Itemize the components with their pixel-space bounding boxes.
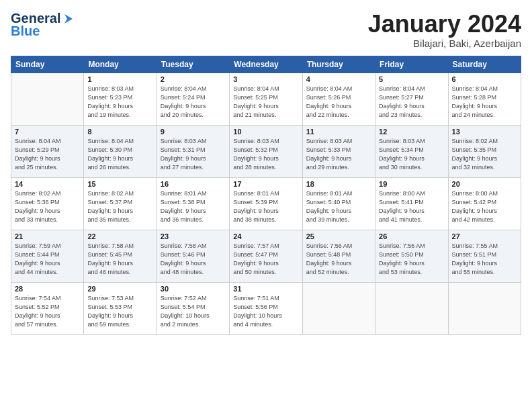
day-number: 1 [87, 75, 152, 83]
logo: General Blue [11, 11, 74, 39]
day-info: Sunrise: 7:59 AM Sunset: 5:44 PM Dayligh… [15, 242, 80, 277]
location: Bilajari, Baki, Azerbaijan [368, 38, 521, 49]
day-number: 17 [233, 180, 298, 188]
day-info: Sunrise: 7:58 AM Sunset: 5:46 PM Dayligh… [161, 242, 226, 277]
day-info: Sunrise: 8:03 AM Sunset: 5:32 PM Dayligh… [233, 137, 298, 172]
calendar-cell: 26Sunrise: 7:56 AM Sunset: 5:50 PM Dayli… [375, 230, 448, 282]
day-number: 25 [306, 232, 371, 240]
day-number: 18 [306, 180, 371, 188]
calendar-cell: 16Sunrise: 8:01 AM Sunset: 5:38 PM Dayli… [157, 177, 229, 230]
calendar-week-row: 1Sunrise: 8:03 AM Sunset: 5:23 PM Daylig… [11, 73, 521, 125]
day-info: Sunrise: 7:57 AM Sunset: 5:47 PM Dayligh… [233, 242, 298, 277]
calendar-cell: 15Sunrise: 8:02 AM Sunset: 5:37 PM Dayli… [84, 177, 157, 230]
day-info: Sunrise: 8:02 AM Sunset: 5:36 PM Dayligh… [15, 189, 80, 224]
calendar-cell [448, 282, 521, 334]
day-info: Sunrise: 8:04 AM Sunset: 5:27 PM Dayligh… [379, 85, 444, 120]
calendar-cell: 25Sunrise: 7:56 AM Sunset: 5:48 PM Dayli… [302, 230, 375, 282]
weekday-header: Friday [375, 56, 448, 73]
calendar-week-row: 7Sunrise: 8:04 AM Sunset: 5:29 PM Daylig… [11, 125, 521, 177]
day-info: Sunrise: 7:56 AM Sunset: 5:48 PM Dayligh… [306, 242, 371, 277]
day-number: 26 [379, 232, 444, 240]
day-number: 4 [306, 75, 371, 83]
calendar-cell: 22Sunrise: 7:58 AM Sunset: 5:45 PM Dayli… [84, 230, 157, 282]
day-number: 22 [87, 232, 152, 240]
day-number: 13 [452, 128, 517, 136]
day-number: 6 [452, 75, 517, 83]
weekday-header: Wednesday [230, 56, 302, 73]
day-number: 16 [161, 180, 226, 188]
day-number: 24 [233, 232, 298, 240]
svg-marker-0 [64, 14, 73, 24]
day-number: 21 [15, 232, 80, 240]
calendar-cell: 31Sunrise: 7:51 AM Sunset: 5:56 PM Dayli… [230, 282, 302, 334]
title-block: January 2024 Bilajari, Baki, Azerbaijan [368, 11, 521, 49]
calendar-cell: 29Sunrise: 7:53 AM Sunset: 5:53 PM Dayli… [84, 282, 157, 334]
day-number: 27 [452, 232, 517, 240]
calendar-cell: 1Sunrise: 8:03 AM Sunset: 5:23 PM Daylig… [84, 73, 157, 125]
day-number: 29 [87, 285, 152, 293]
day-info: Sunrise: 8:04 AM Sunset: 5:28 PM Dayligh… [452, 85, 517, 120]
calendar-cell: 23Sunrise: 7:58 AM Sunset: 5:46 PM Dayli… [157, 230, 229, 282]
day-number: 9 [161, 128, 226, 136]
page: General Blue January 2024 Bilajari, Baki… [0, 0, 532, 411]
calendar-cell [11, 73, 84, 125]
calendar-cell: 19Sunrise: 8:00 AM Sunset: 5:41 PM Dayli… [375, 177, 448, 230]
calendar-cell: 17Sunrise: 8:01 AM Sunset: 5:39 PM Dayli… [230, 177, 302, 230]
day-info: Sunrise: 7:51 AM Sunset: 5:56 PM Dayligh… [233, 294, 298, 329]
day-number: 5 [379, 75, 444, 83]
day-info: Sunrise: 8:00 AM Sunset: 5:42 PM Dayligh… [452, 189, 517, 224]
day-number: 20 [452, 180, 517, 188]
calendar-cell: 5Sunrise: 8:04 AM Sunset: 5:27 PM Daylig… [375, 73, 448, 125]
day-info: Sunrise: 8:03 AM Sunset: 5:23 PM Dayligh… [87, 85, 152, 120]
day-info: Sunrise: 8:04 AM Sunset: 5:26 PM Dayligh… [306, 85, 371, 120]
calendar-cell: 12Sunrise: 8:03 AM Sunset: 5:34 PM Dayli… [375, 125, 448, 177]
day-number: 23 [161, 232, 226, 240]
calendar-cell: 27Sunrise: 7:55 AM Sunset: 5:51 PM Dayli… [448, 230, 521, 282]
calendar-header-row: SundayMondayTuesdayWednesdayThursdayFrid… [11, 56, 521, 73]
day-info: Sunrise: 8:04 AM Sunset: 5:30 PM Dayligh… [87, 137, 152, 172]
calendar-cell: 11Sunrise: 8:03 AM Sunset: 5:33 PM Dayli… [302, 125, 375, 177]
calendar-cell: 28Sunrise: 7:54 AM Sunset: 5:52 PM Dayli… [11, 282, 84, 334]
calendar-cell: 20Sunrise: 8:00 AM Sunset: 5:42 PM Dayli… [448, 177, 521, 230]
weekday-header: Tuesday [157, 56, 229, 73]
day-info: Sunrise: 8:04 AM Sunset: 5:25 PM Dayligh… [233, 85, 298, 120]
day-info: Sunrise: 8:03 AM Sunset: 5:33 PM Dayligh… [306, 137, 371, 172]
calendar-cell: 6Sunrise: 8:04 AM Sunset: 5:28 PM Daylig… [448, 73, 521, 125]
day-number: 19 [379, 180, 444, 188]
calendar-cell: 10Sunrise: 8:03 AM Sunset: 5:32 PM Dayli… [230, 125, 302, 177]
calendar: SundayMondayTuesdayWednesdayThursdayFrid… [11, 56, 521, 335]
day-info: Sunrise: 8:01 AM Sunset: 5:40 PM Dayligh… [306, 189, 371, 224]
calendar-week-row: 14Sunrise: 8:02 AM Sunset: 5:36 PM Dayli… [11, 177, 521, 230]
calendar-cell: 30Sunrise: 7:52 AM Sunset: 5:54 PM Dayli… [157, 282, 229, 334]
calendar-cell: 4Sunrise: 8:04 AM Sunset: 5:26 PM Daylig… [302, 73, 375, 125]
header: General Blue January 2024 Bilajari, Baki… [11, 11, 521, 49]
day-info: Sunrise: 7:55 AM Sunset: 5:51 PM Dayligh… [452, 242, 517, 277]
day-number: 8 [87, 128, 152, 136]
weekday-header: Sunday [11, 56, 84, 73]
day-info: Sunrise: 8:03 AM Sunset: 5:34 PM Dayligh… [379, 137, 444, 172]
day-info: Sunrise: 7:54 AM Sunset: 5:52 PM Dayligh… [15, 294, 80, 329]
day-info: Sunrise: 8:00 AM Sunset: 5:41 PM Dayligh… [379, 189, 444, 224]
calendar-week-row: 21Sunrise: 7:59 AM Sunset: 5:44 PM Dayli… [11, 230, 521, 282]
day-number: 2 [161, 75, 226, 83]
day-info: Sunrise: 8:04 AM Sunset: 5:24 PM Dayligh… [161, 85, 226, 120]
calendar-week-row: 28Sunrise: 7:54 AM Sunset: 5:52 PM Dayli… [11, 282, 521, 334]
day-number: 31 [233, 285, 298, 293]
day-info: Sunrise: 7:58 AM Sunset: 5:45 PM Dayligh… [87, 242, 152, 277]
month-title: January 2024 [368, 11, 521, 38]
day-info: Sunrise: 8:01 AM Sunset: 5:39 PM Dayligh… [233, 189, 298, 224]
day-info: Sunrise: 7:52 AM Sunset: 5:54 PM Dayligh… [161, 294, 226, 329]
calendar-cell: 8Sunrise: 8:04 AM Sunset: 5:30 PM Daylig… [84, 125, 157, 177]
calendar-cell [302, 282, 375, 334]
day-info: Sunrise: 8:03 AM Sunset: 5:31 PM Dayligh… [161, 137, 226, 172]
calendar-cell: 9Sunrise: 8:03 AM Sunset: 5:31 PM Daylig… [157, 125, 229, 177]
day-number: 28 [15, 285, 80, 293]
day-info: Sunrise: 8:01 AM Sunset: 5:38 PM Dayligh… [161, 189, 226, 224]
day-info: Sunrise: 7:53 AM Sunset: 5:53 PM Dayligh… [87, 294, 152, 329]
day-number: 15 [87, 180, 152, 188]
day-info: Sunrise: 8:02 AM Sunset: 5:35 PM Dayligh… [452, 137, 517, 172]
calendar-cell: 14Sunrise: 8:02 AM Sunset: 5:36 PM Dayli… [11, 177, 84, 230]
weekday-header: Thursday [302, 56, 375, 73]
day-number: 10 [233, 128, 298, 136]
calendar-cell: 21Sunrise: 7:59 AM Sunset: 5:44 PM Dayli… [11, 230, 84, 282]
